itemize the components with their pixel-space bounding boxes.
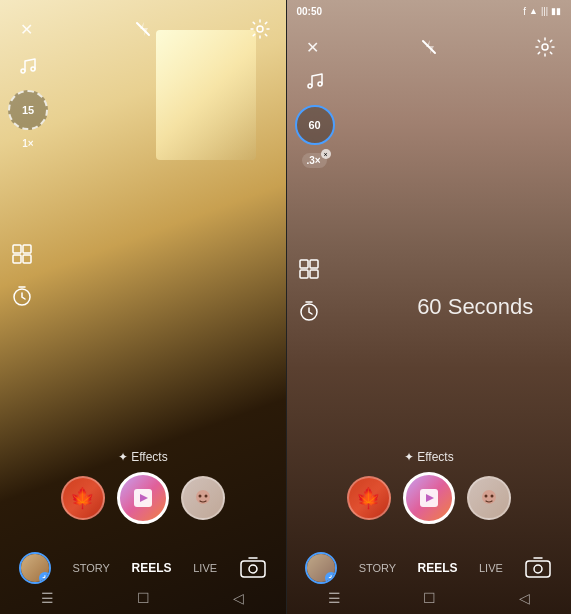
status-icons: f ▲ ||| ▮▮ [523,6,561,17]
signal-icon: ||| [541,6,548,16]
left-speed-badge[interactable]: 1× [22,138,33,149]
right-home-icon[interactable]: ☐ [423,590,436,606]
right-grid-icon[interactable] [295,255,323,283]
svg-point-1 [257,26,263,32]
right-settings-icon[interactable] [531,33,559,61]
left-camera-flip[interactable] [239,554,267,582]
right-effects-row: ✦ Effects 🍁 [287,450,572,524]
left-nav-live[interactable]: LIVE [193,562,217,574]
battery-icon: ▮▮ [551,6,561,16]
right-nav-story[interactable]: STORY [359,562,397,574]
left-effects-row: ✦ Effects 🍁 [0,450,286,524]
left-back-icon[interactable]: ◁ [233,590,244,606]
right-panel: 00:50 f ▲ ||| ▮▮ ✕ [286,0,572,614]
right-nav-reels[interactable]: REELS [418,561,458,575]
right-close-icon[interactable]: ✕ [299,33,327,61]
left-effect-maple[interactable]: 🍁 [61,476,105,520]
fb-icon: f [523,6,526,17]
svg-rect-28 [526,561,550,577]
svg-point-2 [21,69,25,73]
right-avatar-plus[interactable]: + [325,572,337,584]
svg-point-11 [198,495,201,498]
music-icon[interactable] [17,55,39,82]
timer-icon[interactable] [8,282,36,310]
left-effects-label[interactable]: ✦ Effects [118,450,168,464]
status-time: 00:50 [297,6,323,17]
svg-rect-7 [23,255,31,263]
wifi-icon: ▲ [529,6,538,16]
right-flash-off-icon[interactable] [415,33,443,61]
left-nav-reels[interactable]: REELS [132,561,172,575]
grid-icon[interactable] [8,240,36,268]
left-avatar[interactable]: + [19,552,51,584]
left-menu-icon[interactable]: ☰ [41,590,54,606]
svg-rect-13 [241,561,265,577]
right-side-controls: 60 .3× × [295,70,335,168]
seconds-overlay: 60 Seconds [417,294,533,320]
svg-point-16 [542,44,548,50]
left-effects-icons: 🍁 [61,472,225,524]
right-nav-live[interactable]: LIVE [479,562,503,574]
svg-point-26 [484,495,487,498]
right-speed-close[interactable]: × [321,149,331,159]
svg-rect-5 [23,245,31,253]
left-nav-story[interactable]: STORY [72,562,110,574]
right-bottom-nav: + STORY REELS LIVE [287,552,572,584]
right-system-nav: ☰ ☐ ◁ [287,590,572,606]
svg-rect-22 [310,270,318,278]
svg-rect-21 [300,270,308,278]
settings-icon[interactable] [246,15,274,43]
svg-point-18 [318,82,322,86]
flash-off-icon[interactable] [129,15,157,43]
svg-point-14 [249,565,257,573]
right-timer-icon[interactable] [295,297,323,325]
svg-rect-19 [300,260,308,268]
left-avatar-plus[interactable]: + [39,572,51,584]
left-right-controls [8,240,36,310]
svg-point-29 [534,565,542,573]
right-avatar[interactable]: + [305,552,337,584]
left-effect-face[interactable] [181,476,225,520]
left-effect-reels[interactable] [117,472,169,524]
left-side-controls: 15 1× [8,55,48,149]
svg-rect-4 [13,245,21,253]
left-top-bar: ✕ [0,0,286,50]
right-back-icon[interactable]: ◁ [519,590,530,606]
right-top-bar: ✕ [287,18,572,68]
svg-point-3 [31,67,35,71]
left-bottom-nav: + STORY REELS LIVE [0,552,286,584]
right-speed-wrapper: .3× × [302,153,326,168]
right-effect-maple[interactable]: 🍁 [347,476,391,520]
svg-point-12 [204,495,207,498]
svg-point-27 [490,495,493,498]
right-music-icon[interactable] [304,70,326,97]
right-camera-flip[interactable] [524,554,552,582]
timer-15-circle[interactable]: 15 [8,90,48,130]
right-effect-reels[interactable] [403,472,455,524]
svg-point-17 [308,84,312,88]
left-panel: ✕ 15 1× [0,0,286,614]
right-effect-face[interactable] [467,476,511,520]
right-right-controls [295,255,323,325]
right-menu-icon[interactable]: ☰ [328,590,341,606]
timer-60-circle[interactable]: 60 [295,105,335,145]
close-icon[interactable]: ✕ [12,15,40,43]
right-effects-icons: 🍁 [347,472,511,524]
right-effects-label[interactable]: ✦ Effects [404,450,454,464]
svg-rect-20 [310,260,318,268]
svg-rect-6 [13,255,21,263]
right-status-bar: 00:50 f ▲ ||| ▮▮ [287,0,572,22]
left-home-icon[interactable]: ☐ [137,590,150,606]
left-system-nav: ☰ ☐ ◁ [0,590,286,606]
